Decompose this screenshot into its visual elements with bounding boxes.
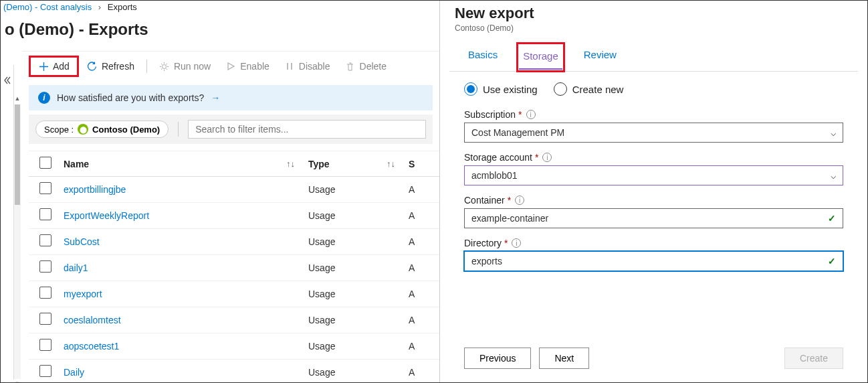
next-button[interactable]: Next [539, 348, 589, 369]
table-row[interactable]: coeslalomtestUsageA [29, 307, 439, 333]
page-title: o (Demo) - Exports [1, 13, 439, 51]
breadcrumb-cost-analysis[interactable]: (Demo) - Cost analysis [3, 2, 92, 12]
subscription-dropdown[interactable]: Cost Management PM ⌵ [464, 123, 843, 143]
row-type: Usage [308, 184, 409, 195]
col-type-header[interactable]: Type [308, 159, 330, 169]
row-s: A [409, 210, 429, 221]
subscription-value: Cost Management PM [471, 127, 564, 138]
row-s: A [409, 262, 429, 273]
storage-account-dropdown[interactable]: acmblob01 ⌵ [464, 165, 843, 185]
breadcrumb: (Demo) - Cost analysis › Exports [1, 1, 439, 13]
scroll-up-icon[interactable]: ▲ [14, 95, 21, 103]
container-value: example-container [471, 213, 548, 224]
checkmark-icon: ✓ [828, 213, 836, 224]
run-now-label: Run now [174, 61, 211, 72]
enable-button[interactable]: Enable [219, 58, 276, 74]
scope-subscription-icon: ⬤ [78, 124, 88, 135]
svg-point-0 [162, 64, 167, 68]
enable-label: Enable [240, 61, 269, 72]
export-link[interactable]: Daily [64, 367, 84, 378]
play-icon [225, 61, 236, 72]
select-all-checkbox[interactable] [39, 157, 51, 169]
info-icon[interactable]: i [542, 153, 552, 162]
scope-label: Scope : [44, 125, 74, 135]
table-row[interactable]: DailyUsageA [29, 360, 439, 382]
row-type: Usage [308, 210, 409, 221]
highlight-storage-tab: Storage [516, 42, 565, 72]
chevron-left-double-icon [3, 76, 12, 85]
scope-search-row: Scope : ⬤ Contoso (Demo) [29, 114, 433, 144]
scroll-down-icon[interactable]: ▼ [14, 380, 21, 382]
col-name-header[interactable]: Name [64, 159, 89, 169]
info-icon[interactable]: i [526, 110, 536, 119]
row-checkbox[interactable] [39, 313, 51, 325]
toolbar: Add Refresh Run now Enable [22, 52, 439, 81]
export-link[interactable]: daily1 [64, 262, 88, 273]
directory-input[interactable]: exports ✓ [464, 251, 843, 271]
row-checkbox[interactable] [39, 287, 51, 299]
export-link[interactable]: exportbillingjbe [64, 184, 126, 195]
row-s: A [409, 236, 429, 247]
export-link[interactable]: coeslalomtest [64, 315, 121, 325]
export-link[interactable]: ExportWeeklyReport [64, 210, 149, 221]
collapse-sidebar-button[interactable] [1, 65, 14, 380]
row-checkbox[interactable] [39, 234, 51, 246]
run-now-button[interactable]: Run now [152, 58, 217, 74]
row-s: A [409, 367, 429, 378]
export-link[interactable]: SubCost [64, 236, 100, 247]
row-checkbox[interactable] [39, 365, 51, 377]
row-type: Usage [308, 289, 409, 299]
search-input[interactable] [188, 120, 426, 139]
create-button: Create [784, 348, 843, 369]
trash-icon [345, 61, 356, 72]
row-checkbox[interactable] [39, 182, 51, 194]
container-label: Container*i [464, 195, 843, 206]
row-type: Usage [308, 367, 409, 378]
highlight-add: Add [29, 56, 79, 77]
row-checkbox[interactable] [39, 339, 51, 351]
radio-use-existing[interactable]: Use existing [464, 82, 538, 96]
toolbar-separator [146, 60, 147, 73]
row-checkbox[interactable] [39, 260, 51, 273]
pause-icon [284, 61, 295, 72]
feedback-text: How satisfied are you with exports? [57, 92, 204, 103]
row-checkbox[interactable] [39, 208, 51, 220]
container-input[interactable]: example-container ✓ [464, 208, 843, 228]
radio-create-new[interactable]: Create new [554, 82, 624, 96]
pane-subtitle: Contoso (Demo) [455, 23, 853, 33]
disable-button[interactable]: Disable [278, 58, 337, 74]
sidebar-scrollbar[interactable]: ▲ ▼ [14, 104, 21, 379]
tab-basics[interactable]: Basics [464, 45, 502, 71]
tab-storage[interactable]: Storage [519, 45, 562, 70]
info-icon[interactable]: i [512, 238, 521, 248]
pane-tabs: Basics Storage Review [449, 38, 858, 72]
scope-pill[interactable]: Scope : ⬤ Contoso (Demo) [35, 121, 169, 138]
subscription-label: Subscription*i [464, 109, 843, 120]
add-button[interactable]: Add [31, 58, 76, 74]
info-icon[interactable]: i [515, 196, 524, 205]
feedback-bar[interactable]: i How satisfied are you with exports? → [29, 85, 433, 110]
table-row[interactable]: SubCostUsageA [29, 229, 439, 255]
refresh-button[interactable]: Refresh [80, 58, 141, 74]
chevron-down-icon: ⌵ [831, 127, 836, 138]
tab-review[interactable]: Review [580, 45, 621, 71]
table-row[interactable]: exportbillingjbeUsageA [29, 177, 439, 203]
storage-account-label: Storage account*i [464, 152, 843, 163]
scrollbar-thumb[interactable] [15, 104, 20, 205]
table-row[interactable]: myexportUsageA [29, 281, 439, 307]
table-row[interactable]: ExportWeeklyReportUsageA [29, 203, 439, 229]
previous-button[interactable]: Previous [464, 348, 531, 369]
row-s: A [409, 315, 429, 325]
scope-separator [178, 122, 179, 137]
export-link[interactable]: aopscoetest1 [64, 341, 119, 352]
table-row[interactable]: daily1UsageA [29, 255, 439, 281]
arrow-right-icon: → [211, 92, 220, 103]
export-link[interactable]: myexport [64, 289, 102, 299]
delete-button[interactable]: Delete [338, 58, 393, 74]
storage-mode-radio-group: Use existing Create new [440, 72, 867, 106]
storage-account-value: acmblob01 [471, 170, 518, 181]
sort-icon[interactable]: ↑↓ [387, 159, 395, 169]
scope-value: Contoso (Demo) [92, 125, 160, 135]
sort-icon[interactable]: ↑↓ [286, 159, 295, 169]
table-row[interactable]: aopscoetest1UsageA [29, 333, 439, 360]
